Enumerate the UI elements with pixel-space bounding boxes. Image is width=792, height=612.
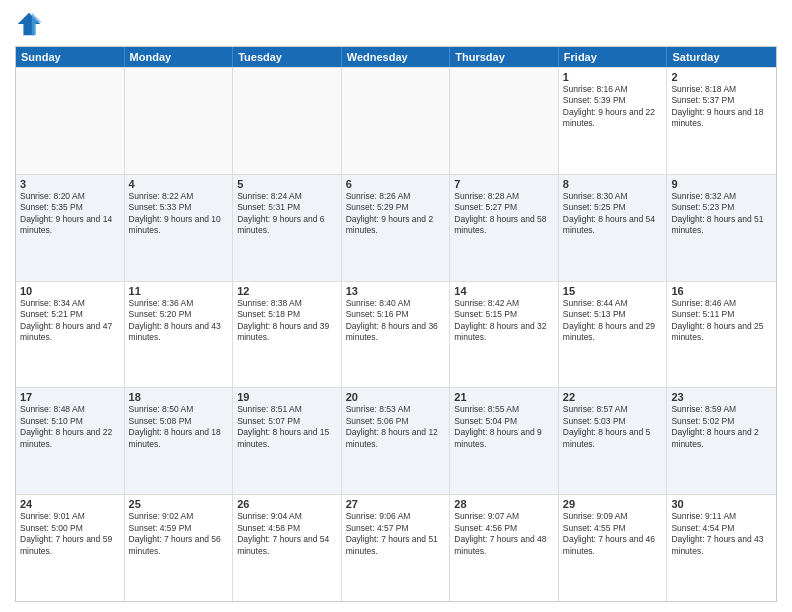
- calendar-header-cell: Saturday: [667, 47, 776, 67]
- calendar-header-cell: Sunday: [16, 47, 125, 67]
- calendar-cell: 16Sunrise: 8:46 AM Sunset: 5:11 PM Dayli…: [667, 282, 776, 388]
- day-info: Sunrise: 8:24 AM Sunset: 5:31 PM Dayligh…: [237, 191, 337, 237]
- calendar-cell: [233, 68, 342, 174]
- day-info: Sunrise: 8:50 AM Sunset: 5:08 PM Dayligh…: [129, 404, 229, 450]
- day-info: Sunrise: 8:18 AM Sunset: 5:37 PM Dayligh…: [671, 84, 772, 130]
- calendar-week-row: 24Sunrise: 9:01 AM Sunset: 5:00 PM Dayli…: [16, 494, 776, 601]
- day-number: 29: [563, 498, 663, 510]
- calendar-cell: 30Sunrise: 9:11 AM Sunset: 4:54 PM Dayli…: [667, 495, 776, 601]
- calendar-cell: 19Sunrise: 8:51 AM Sunset: 5:07 PM Dayli…: [233, 388, 342, 494]
- calendar-cell: 18Sunrise: 8:50 AM Sunset: 5:08 PM Dayli…: [125, 388, 234, 494]
- day-number: 4: [129, 178, 229, 190]
- day-number: 14: [454, 285, 554, 297]
- day-number: 13: [346, 285, 446, 297]
- day-number: 5: [237, 178, 337, 190]
- calendar-cell: 13Sunrise: 8:40 AM Sunset: 5:16 PM Dayli…: [342, 282, 451, 388]
- day-info: Sunrise: 8:59 AM Sunset: 5:02 PM Dayligh…: [671, 404, 772, 450]
- calendar-cell: 5Sunrise: 8:24 AM Sunset: 5:31 PM Daylig…: [233, 175, 342, 281]
- calendar-cell: 29Sunrise: 9:09 AM Sunset: 4:55 PM Dayli…: [559, 495, 668, 601]
- calendar-cell: 20Sunrise: 8:53 AM Sunset: 5:06 PM Dayli…: [342, 388, 451, 494]
- day-number: 9: [671, 178, 772, 190]
- day-info: Sunrise: 8:32 AM Sunset: 5:23 PM Dayligh…: [671, 191, 772, 237]
- calendar-header-cell: Thursday: [450, 47, 559, 67]
- calendar-cell: 3Sunrise: 8:20 AM Sunset: 5:35 PM Daylig…: [16, 175, 125, 281]
- calendar-cell: 10Sunrise: 8:34 AM Sunset: 5:21 PM Dayli…: [16, 282, 125, 388]
- calendar-cell: 1Sunrise: 8:16 AM Sunset: 5:39 PM Daylig…: [559, 68, 668, 174]
- calendar-cell: [342, 68, 451, 174]
- calendar-header-cell: Wednesday: [342, 47, 451, 67]
- day-number: 7: [454, 178, 554, 190]
- day-info: Sunrise: 9:09 AM Sunset: 4:55 PM Dayligh…: [563, 511, 663, 557]
- svg-marker-0: [18, 13, 40, 35]
- day-info: Sunrise: 8:28 AM Sunset: 5:27 PM Dayligh…: [454, 191, 554, 237]
- calendar-cell: [16, 68, 125, 174]
- day-number: 2: [671, 71, 772, 83]
- day-number: 12: [237, 285, 337, 297]
- calendar-cell: 21Sunrise: 8:55 AM Sunset: 5:04 PM Dayli…: [450, 388, 559, 494]
- calendar-header-cell: Monday: [125, 47, 234, 67]
- day-number: 11: [129, 285, 229, 297]
- calendar-cell: 7Sunrise: 8:28 AM Sunset: 5:27 PM Daylig…: [450, 175, 559, 281]
- day-number: 23: [671, 391, 772, 403]
- day-number: 21: [454, 391, 554, 403]
- day-number: 3: [20, 178, 120, 190]
- day-info: Sunrise: 8:36 AM Sunset: 5:20 PM Dayligh…: [129, 298, 229, 344]
- logo: [15, 10, 47, 38]
- calendar-cell: 28Sunrise: 9:07 AM Sunset: 4:56 PM Dayli…: [450, 495, 559, 601]
- day-number: 26: [237, 498, 337, 510]
- calendar-cell: 2Sunrise: 8:18 AM Sunset: 5:37 PM Daylig…: [667, 68, 776, 174]
- calendar-cell: 25Sunrise: 9:02 AM Sunset: 4:59 PM Dayli…: [125, 495, 234, 601]
- calendar-cell: 24Sunrise: 9:01 AM Sunset: 5:00 PM Dayli…: [16, 495, 125, 601]
- calendar-cell: 26Sunrise: 9:04 AM Sunset: 4:58 PM Dayli…: [233, 495, 342, 601]
- day-number: 15: [563, 285, 663, 297]
- day-info: Sunrise: 8:34 AM Sunset: 5:21 PM Dayligh…: [20, 298, 120, 344]
- day-number: 17: [20, 391, 120, 403]
- calendar-header-cell: Tuesday: [233, 47, 342, 67]
- day-info: Sunrise: 8:44 AM Sunset: 5:13 PM Dayligh…: [563, 298, 663, 344]
- day-info: Sunrise: 9:01 AM Sunset: 5:00 PM Dayligh…: [20, 511, 120, 557]
- day-number: 30: [671, 498, 772, 510]
- day-info: Sunrise: 9:02 AM Sunset: 4:59 PM Dayligh…: [129, 511, 229, 557]
- calendar-cell: 23Sunrise: 8:59 AM Sunset: 5:02 PM Dayli…: [667, 388, 776, 494]
- calendar-cell: [450, 68, 559, 174]
- calendar-cell: 9Sunrise: 8:32 AM Sunset: 5:23 PM Daylig…: [667, 175, 776, 281]
- day-info: Sunrise: 8:51 AM Sunset: 5:07 PM Dayligh…: [237, 404, 337, 450]
- day-number: 27: [346, 498, 446, 510]
- logo-icon: [15, 10, 43, 38]
- day-info: Sunrise: 8:38 AM Sunset: 5:18 PM Dayligh…: [237, 298, 337, 344]
- day-number: 20: [346, 391, 446, 403]
- day-info: Sunrise: 8:53 AM Sunset: 5:06 PM Dayligh…: [346, 404, 446, 450]
- day-number: 24: [20, 498, 120, 510]
- day-number: 10: [20, 285, 120, 297]
- calendar-cell: 27Sunrise: 9:06 AM Sunset: 4:57 PM Dayli…: [342, 495, 451, 601]
- calendar-cell: 6Sunrise: 8:26 AM Sunset: 5:29 PM Daylig…: [342, 175, 451, 281]
- day-number: 16: [671, 285, 772, 297]
- calendar: SundayMondayTuesdayWednesdayThursdayFrid…: [15, 46, 777, 602]
- day-number: 28: [454, 498, 554, 510]
- calendar-week-row: 17Sunrise: 8:48 AM Sunset: 5:10 PM Dayli…: [16, 387, 776, 494]
- calendar-cell: 12Sunrise: 8:38 AM Sunset: 5:18 PM Dayli…: [233, 282, 342, 388]
- calendar-cell: 11Sunrise: 8:36 AM Sunset: 5:20 PM Dayli…: [125, 282, 234, 388]
- day-info: Sunrise: 8:30 AM Sunset: 5:25 PM Dayligh…: [563, 191, 663, 237]
- day-info: Sunrise: 8:22 AM Sunset: 5:33 PM Dayligh…: [129, 191, 229, 237]
- day-info: Sunrise: 8:57 AM Sunset: 5:03 PM Dayligh…: [563, 404, 663, 450]
- day-number: 8: [563, 178, 663, 190]
- calendar-cell: 4Sunrise: 8:22 AM Sunset: 5:33 PM Daylig…: [125, 175, 234, 281]
- calendar-cell: 8Sunrise: 8:30 AM Sunset: 5:25 PM Daylig…: [559, 175, 668, 281]
- day-info: Sunrise: 8:16 AM Sunset: 5:39 PM Dayligh…: [563, 84, 663, 130]
- page: SundayMondayTuesdayWednesdayThursdayFrid…: [0, 0, 792, 612]
- day-number: 22: [563, 391, 663, 403]
- calendar-week-row: 10Sunrise: 8:34 AM Sunset: 5:21 PM Dayli…: [16, 281, 776, 388]
- day-info: Sunrise: 9:04 AM Sunset: 4:58 PM Dayligh…: [237, 511, 337, 557]
- day-info: Sunrise: 9:11 AM Sunset: 4:54 PM Dayligh…: [671, 511, 772, 557]
- day-info: Sunrise: 8:46 AM Sunset: 5:11 PM Dayligh…: [671, 298, 772, 344]
- calendar-header: SundayMondayTuesdayWednesdayThursdayFrid…: [16, 47, 776, 67]
- day-info: Sunrise: 8:40 AM Sunset: 5:16 PM Dayligh…: [346, 298, 446, 344]
- calendar-week-row: 3Sunrise: 8:20 AM Sunset: 5:35 PM Daylig…: [16, 174, 776, 281]
- day-number: 6: [346, 178, 446, 190]
- day-number: 25: [129, 498, 229, 510]
- day-number: 19: [237, 391, 337, 403]
- day-number: 1: [563, 71, 663, 83]
- calendar-cell: [125, 68, 234, 174]
- day-info: Sunrise: 9:06 AM Sunset: 4:57 PM Dayligh…: [346, 511, 446, 557]
